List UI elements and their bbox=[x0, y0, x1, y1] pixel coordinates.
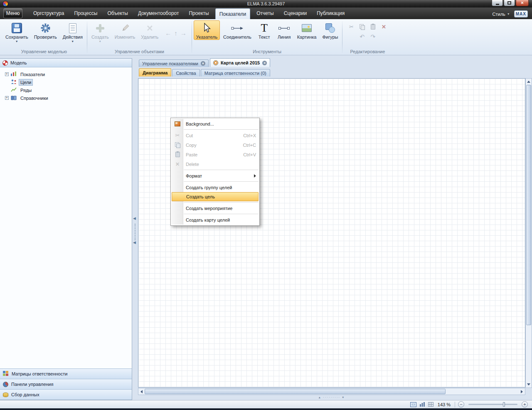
scroll-up-icon[interactable] bbox=[526, 79, 532, 84]
create-object-button[interactable]: Создать ▼ bbox=[89, 20, 111, 44]
delete-object-button[interactable]: ✕ Удалить bbox=[138, 20, 161, 40]
tree-item-references[interactable]: + Справочники bbox=[0, 94, 132, 102]
fit-page-icon[interactable] bbox=[410, 402, 416, 407]
vertical-scrollbar[interactable] bbox=[525, 78, 532, 388]
arrange-right-icon[interactable]: → bbox=[180, 30, 187, 37]
arrange-left-icon[interactable]: ← bbox=[165, 30, 171, 37]
document-tab-indicator-management[interactable]: Управление показателями ✕ bbox=[139, 59, 209, 67]
menu-item-format[interactable]: Формат bbox=[171, 171, 259, 180]
connector-tool-button[interactable]: Соединитель bbox=[221, 20, 254, 40]
arrange-up-icon[interactable]: ↑ bbox=[174, 30, 177, 37]
zoom-slider-handle[interactable] bbox=[503, 402, 505, 407]
menu-item-create-goal-group[interactable]: Создать группу целей bbox=[171, 183, 259, 192]
nav-panel-data-collection[interactable]: Сбор данных bbox=[0, 389, 132, 400]
model-tree: + Показатели Цели Ряды + Справочники bbox=[0, 67, 132, 368]
redo-button[interactable]: ↷ bbox=[367, 32, 378, 41]
save-icon bbox=[12, 23, 22, 33]
menu-item-create-goals-map[interactable]: Создать карту целей bbox=[171, 215, 259, 225]
text-tool-button[interactable]: T Текст bbox=[255, 20, 274, 40]
text-icon: T bbox=[261, 22, 268, 34]
collapse-left-icon[interactable]: ◀ bbox=[133, 217, 136, 220]
arrange-arrows: ← ↑ → bbox=[162, 20, 190, 37]
ribbon-group-divider bbox=[342, 21, 342, 53]
view-tab-diagram[interactable]: Диаграмма bbox=[139, 68, 171, 77]
pointer-tool-button[interactable]: Указатель bbox=[194, 20, 220, 40]
model-panel: Модель + Показатели Цели Ряды + bbox=[0, 58, 132, 400]
cut-button[interactable]: ✂ bbox=[346, 22, 357, 32]
minimize-button[interactable] bbox=[492, 0, 503, 6]
pencil-icon bbox=[120, 22, 131, 35]
group-object-management: Создать ▼ Изменить ✕ Удалить ← ↑ → bbox=[88, 20, 191, 55]
max-style-button[interactable]: MAX bbox=[514, 10, 528, 17]
close-tab-icon[interactable]: ✕ bbox=[262, 61, 267, 65]
scroll-right-icon[interactable] bbox=[519, 389, 525, 394]
menu-item-create-goal[interactable]: Создать цель bbox=[172, 192, 259, 201]
ribbon-tab-scenarios[interactable]: Сценарии bbox=[280, 9, 310, 18]
zoom-slider[interactable] bbox=[468, 404, 517, 405]
diagram-canvas[interactable]: Background... ✂ Cut Ctrl+X Copy Ctrl+C bbox=[138, 78, 525, 388]
series-chart-icon bbox=[11, 87, 17, 93]
splitter-grip-strip[interactable]: ▴ ········· ▾ bbox=[138, 395, 525, 400]
menu-item-create-activity[interactable]: Создать мероприятие bbox=[171, 203, 259, 213]
ribbon-tab-projects[interactable]: Проекты bbox=[185, 9, 212, 18]
menu-item-copy[interactable]: Copy Ctrl+C bbox=[171, 140, 259, 150]
menu-item-background[interactable]: Background... bbox=[171, 119, 259, 128]
paste-icon bbox=[371, 24, 375, 30]
tree-item-indicators[interactable]: + Показатели bbox=[0, 70, 132, 78]
picture-tool-button[interactable]: Картинка bbox=[295, 20, 319, 40]
ribbon-tab-orgstructure[interactable]: Оргструктура bbox=[30, 9, 68, 18]
nav-panel-dashboards[interactable]: Панели управления bbox=[0, 379, 132, 389]
close-tab-icon[interactable]: ✕ bbox=[201, 61, 205, 66]
v-scroll-thumb[interactable] bbox=[526, 85, 531, 325]
menu-button[interactable]: Меню bbox=[3, 8, 22, 18]
ribbon-tab-objects[interactable]: Объекты bbox=[103, 9, 132, 18]
shapes-tool-button[interactable]: Фигуры bbox=[320, 20, 341, 40]
line-tool-button[interactable]: Линия bbox=[275, 20, 294, 40]
ribbon-tab-processes[interactable]: Процессы bbox=[70, 9, 101, 18]
expand-icon[interactable]: + bbox=[5, 96, 9, 100]
nav-panel-matrices[interactable]: Матрицы ответственности bbox=[0, 368, 132, 379]
collapse-left-icon[interactable]: ◀ bbox=[133, 241, 136, 245]
menu-separator bbox=[184, 129, 259, 130]
delete-selection-button[interactable]: ✕ bbox=[378, 22, 389, 32]
ribbon-tab-indicators[interactable]: Показатели bbox=[215, 8, 251, 19]
horizontal-scrollbar[interactable] bbox=[138, 388, 525, 395]
edit-object-button[interactable]: Изменить bbox=[112, 20, 138, 40]
scroll-left-icon[interactable] bbox=[139, 389, 144, 394]
menu-separator bbox=[184, 181, 259, 182]
actions-button[interactable]: Действия ▼ bbox=[60, 20, 85, 44]
paste-button[interactable] bbox=[367, 22, 378, 32]
delete-icon: ✕ bbox=[146, 24, 153, 33]
expand-icon[interactable]: + bbox=[5, 72, 9, 76]
window-bottom-edge bbox=[0, 408, 532, 410]
tree-item-series[interactable]: Ряды bbox=[0, 86, 132, 94]
copy-button[interactable] bbox=[357, 22, 367, 32]
menu-item-cut[interactable]: ✂ Cut Ctrl+X bbox=[171, 131, 259, 140]
zoom-in-button[interactable]: + bbox=[522, 401, 528, 408]
chart-mode-icon[interactable] bbox=[419, 401, 425, 408]
goals-map-icon bbox=[213, 60, 218, 65]
document-tab-goals-map[interactable]: Карта целей 2015 ✕ bbox=[210, 58, 270, 67]
view-tab-properties[interactable]: Свойства bbox=[172, 69, 200, 77]
scroll-down-icon[interactable] bbox=[526, 382, 532, 387]
save-button[interactable]: Сохранить ▼ bbox=[3, 20, 31, 44]
close-button[interactable]: ✕ bbox=[516, 0, 529, 6]
menu-item-paste[interactable]: Paste Ctrl+V bbox=[171, 150, 259, 159]
group-label-model: Управление моделью bbox=[2, 49, 86, 55]
maximize-button[interactable] bbox=[504, 0, 515, 6]
check-model-button[interactable]: Проверить bbox=[32, 20, 59, 40]
maximize-icon bbox=[507, 1, 511, 5]
panel-splitter[interactable]: ◀ ◀ bbox=[132, 58, 138, 400]
tree-item-goals[interactable]: Цели bbox=[0, 78, 132, 86]
zoom-out-button[interactable]: − bbox=[458, 401, 464, 408]
menu-item-delete[interactable]: ✕ Delete bbox=[171, 159, 259, 169]
plus-icon bbox=[96, 24, 105, 33]
view-tab-responsibility-matrix[interactable]: Матрица ответственности (0) bbox=[201, 69, 270, 77]
undo-button[interactable]: ↶ bbox=[357, 32, 367, 41]
ribbon-tab-publication[interactable]: Публикация bbox=[313, 9, 348, 18]
ribbon-tab-docflow[interactable]: Документооборот bbox=[134, 9, 183, 18]
grid-icon[interactable] bbox=[428, 402, 433, 407]
ribbon-tab-reports[interactable]: Отчеты bbox=[253, 9, 277, 18]
style-button[interactable]: Стиль ▼ bbox=[493, 12, 510, 17]
h-scroll-thumb[interactable] bbox=[145, 389, 446, 394]
